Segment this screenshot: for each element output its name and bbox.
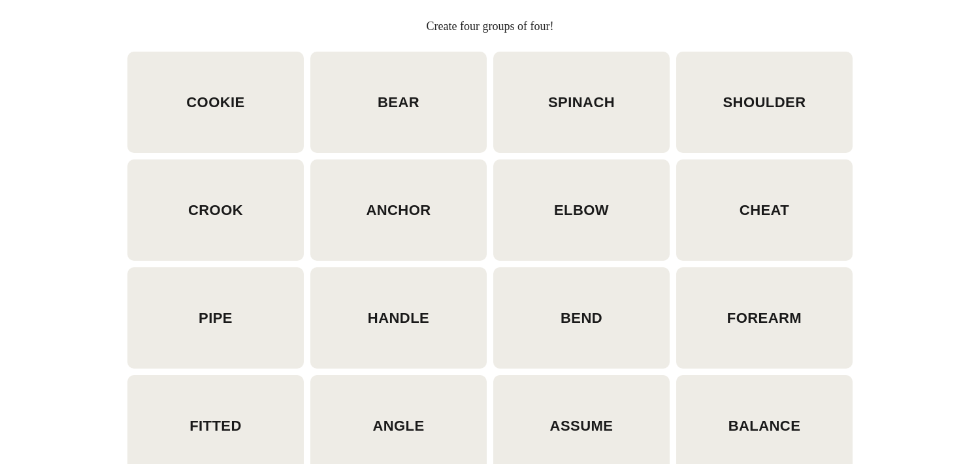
card-label-bear: BEAR	[378, 94, 419, 111]
card-label-forearm: FOREARM	[727, 310, 802, 327]
card-elbow[interactable]: ELBOW	[493, 159, 670, 261]
card-label-anchor: ANCHOR	[366, 202, 431, 219]
card-label-elbow: ELBOW	[554, 202, 609, 219]
card-forearm[interactable]: FOREARM	[676, 267, 853, 369]
card-label-fitted: FITTED	[189, 418, 242, 435]
game-subtitle: Create four groups of four!	[427, 20, 554, 33]
card-crook[interactable]: CROOK	[127, 159, 304, 261]
card-fitted[interactable]: FITTED	[127, 375, 304, 464]
card-handle[interactable]: HANDLE	[310, 267, 487, 369]
card-label-cheat: CHEAT	[740, 202, 789, 219]
card-cookie[interactable]: COOKIE	[127, 52, 304, 153]
card-label-spinach: SPINACH	[548, 94, 615, 111]
card-anchor[interactable]: ANCHOR	[310, 159, 487, 261]
card-assume[interactable]: ASSUME	[493, 375, 670, 464]
card-label-shoulder: SHOULDER	[723, 94, 806, 111]
card-label-angle: ANGLE	[372, 418, 424, 435]
card-label-assume: ASSUME	[550, 418, 613, 435]
card-balance[interactable]: BALANCE	[676, 375, 853, 464]
card-label-balance: BALANCE	[728, 418, 801, 435]
card-bear[interactable]: BEAR	[310, 52, 487, 153]
card-spinach[interactable]: SPINACH	[493, 52, 670, 153]
card-label-pipe: PIPE	[199, 310, 233, 327]
card-label-bend: BEND	[561, 310, 602, 327]
card-label-crook: CROOK	[188, 202, 243, 219]
card-cheat[interactable]: CHEAT	[676, 159, 853, 261]
card-angle[interactable]: ANGLE	[310, 375, 487, 464]
card-label-cookie: COOKIE	[186, 94, 244, 111]
card-bend[interactable]: BEND	[493, 267, 670, 369]
card-pipe[interactable]: PIPE	[127, 267, 304, 369]
card-label-handle: HANDLE	[368, 310, 429, 327]
word-grid: COOKIEBEARSPINACHSHOULDERCROOKANCHORELBO…	[127, 52, 853, 464]
card-shoulder[interactable]: SHOULDER	[676, 52, 853, 153]
